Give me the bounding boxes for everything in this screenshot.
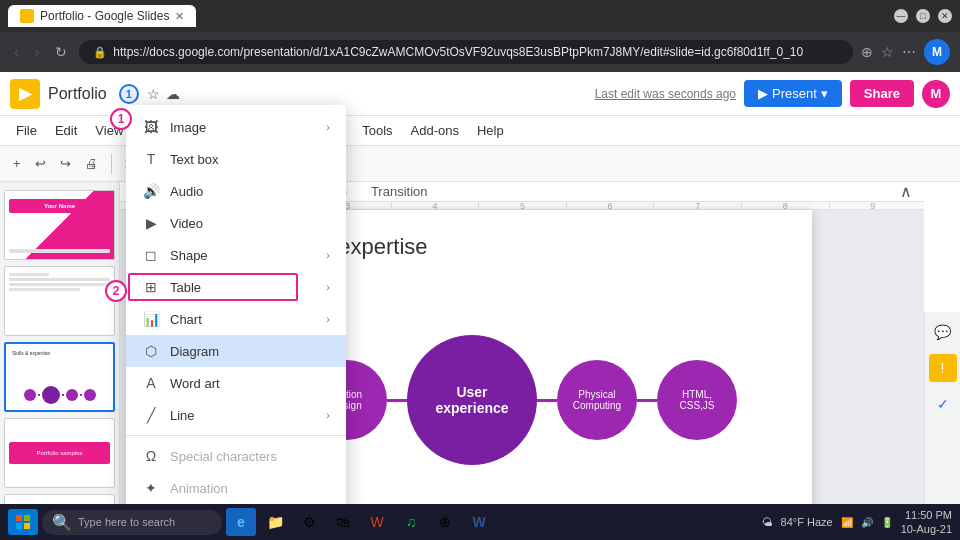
taskbar-edge-btn[interactable]: e bbox=[226, 508, 256, 536]
cloud-icon[interactable]: ☁ bbox=[166, 86, 180, 102]
wordart-icon: A bbox=[142, 374, 160, 392]
present-btn[interactable]: ▶ Present ▾ bbox=[744, 80, 842, 107]
slide-thumb-1[interactable]: Your Name bbox=[4, 190, 115, 260]
slide-thumb-wrapper-4: 4 Portfolio samples bbox=[4, 418, 115, 488]
image-arrow-icon: › bbox=[326, 121, 330, 133]
taskbar-right: 🌤 84°F Haze 📶 🔊 🔋 11:50 PM 10-Aug-21 bbox=[762, 508, 952, 537]
collapse-panel-btn[interactable]: ∧ bbox=[900, 182, 912, 201]
lock-icon: 🔒 bbox=[93, 46, 107, 59]
print-btn[interactable]: 🖨 bbox=[80, 153, 103, 174]
dd-label-video: Video bbox=[170, 216, 203, 231]
taskbar-store-btn[interactable]: 🛍 bbox=[328, 508, 358, 536]
tab-close-btn[interactable]: ✕ bbox=[175, 10, 184, 23]
check-icon[interactable]: ✓ bbox=[929, 390, 957, 418]
dd-item-chart[interactable]: 📊 Chart › bbox=[126, 303, 346, 335]
present-label: Present bbox=[772, 86, 817, 101]
browser-tab[interactable]: Portfolio - Google Slides ✕ bbox=[8, 5, 196, 27]
address-bar: ‹ › ↻ 🔒 https://docs.google.com/presenta… bbox=[0, 32, 960, 72]
slide-thumb-3[interactable]: Skills & expertise bbox=[4, 342, 115, 412]
ruler-mark-6: 6 bbox=[566, 202, 654, 210]
share-btn[interactable]: Share bbox=[850, 80, 914, 107]
header-action-icons: ☆ ☁ bbox=[147, 86, 180, 102]
url-bar[interactable]: 🔒 https://docs.google.com/presentation/d… bbox=[79, 40, 853, 64]
user-avatar[interactable]: M bbox=[922, 80, 950, 108]
dd-item-table[interactable]: ⊞ Table › bbox=[126, 271, 346, 303]
taskbar-word-btn[interactable]: W bbox=[464, 508, 494, 536]
word-icon: W bbox=[472, 514, 485, 530]
app-logo: ▶ bbox=[10, 79, 40, 109]
circle-physical-computing[interactable]: PhysicalComputing bbox=[557, 360, 637, 440]
dd-item-line[interactable]: ╱ Line › bbox=[126, 399, 346, 431]
app-title: Portfolio bbox=[48, 85, 107, 103]
back-btn[interactable]: ‹ bbox=[10, 42, 23, 62]
taskbar-spotify-btn[interactable]: ♫ bbox=[396, 508, 426, 536]
svg-rect-2 bbox=[16, 523, 22, 529]
dd-label-shape: Shape bbox=[170, 248, 208, 263]
dd-item-image[interactable]: 🖼 Image › bbox=[126, 111, 346, 143]
slide-thumb-2[interactable] bbox=[4, 266, 115, 336]
comments-icon[interactable]: 💬 bbox=[929, 318, 957, 346]
extensions-icon[interactable]: ⊕ bbox=[861, 44, 873, 60]
dd-item-shape[interactable]: ◻ Shape › bbox=[126, 239, 346, 271]
transition-btn[interactable]: Transition bbox=[363, 182, 436, 201]
menu-addons[interactable]: Add-ons bbox=[403, 120, 467, 141]
slide-thumb-4[interactable]: Portfolio samples bbox=[4, 418, 115, 488]
dd-item-video[interactable]: ▶ Video bbox=[126, 207, 346, 239]
undo-btn[interactable]: ↩ bbox=[30, 153, 51, 174]
ruler-mark-4: 4 bbox=[391, 202, 479, 210]
svg-rect-0 bbox=[16, 515, 22, 521]
dd-sep-1 bbox=[126, 435, 346, 436]
present-arrow: ▾ bbox=[821, 86, 828, 101]
taskbar-office-btn[interactable]: W bbox=[362, 508, 392, 536]
close-btn[interactable]: ✕ bbox=[938, 9, 952, 23]
chrome-icon: ⊕ bbox=[439, 514, 451, 530]
taskbar-file-explorer-btn[interactable]: 📁 bbox=[260, 508, 290, 536]
reload-btn[interactable]: ↻ bbox=[51, 42, 71, 62]
battery-icon: 🔋 bbox=[881, 517, 893, 528]
settings-icon: ⚙ bbox=[303, 514, 316, 530]
dd-item-special-chars: Ω Special characters bbox=[126, 440, 346, 472]
bookmark-icon[interactable]: ☆ bbox=[881, 44, 894, 60]
toolbar-sep-1 bbox=[111, 154, 112, 174]
forward-btn[interactable]: › bbox=[31, 42, 44, 62]
menu-icon[interactable]: ⋯ bbox=[902, 44, 916, 60]
taskbar-settings-btn[interactable]: ⚙ bbox=[294, 508, 324, 536]
dd-item-textbox[interactable]: T Text box bbox=[126, 143, 346, 175]
circle-user-experience[interactable]: Userexperience bbox=[407, 335, 537, 465]
notifications-icon[interactable]: ! bbox=[929, 354, 957, 382]
menu-tools[interactable]: Tools bbox=[354, 120, 400, 141]
shape-icon: ◻ bbox=[142, 246, 160, 264]
shape-arrow-icon: › bbox=[326, 249, 330, 261]
tab-favicon bbox=[20, 9, 34, 23]
dd-item-wordart[interactable]: A Word art bbox=[126, 367, 346, 399]
circle-html-css-js[interactable]: HTML,CSS,JS bbox=[657, 360, 737, 440]
redo-btn[interactable]: ↪ bbox=[55, 153, 76, 174]
dd-item-audio[interactable]: 🔊 Audio bbox=[126, 175, 346, 207]
table-arrow-icon: › bbox=[326, 281, 330, 293]
dd-label-table: Table bbox=[170, 280, 201, 295]
taskbar-chrome-btn[interactable]: ⊕ bbox=[430, 508, 460, 536]
taskbar-search-box[interactable]: 🔍 Type here to search bbox=[42, 510, 222, 535]
menu-view[interactable]: View bbox=[87, 120, 131, 141]
dd-label-textbox: Text box bbox=[170, 152, 218, 167]
animation-icon: ✦ bbox=[142, 479, 160, 497]
dd-item-diagram[interactable]: ⬡ Diagram bbox=[126, 335, 346, 367]
diagram-icon: ⬡ bbox=[142, 342, 160, 360]
menu-help[interactable]: Help bbox=[469, 120, 512, 141]
step-badge-1: 1 bbox=[119, 84, 139, 104]
menu-file[interactable]: File bbox=[8, 120, 45, 141]
title-bar-left: Portfolio - Google Slides ✕ bbox=[8, 5, 196, 27]
menu-edit[interactable]: Edit bbox=[47, 120, 85, 141]
title-bar: Portfolio - Google Slides ✕ — □ ✕ bbox=[0, 0, 960, 32]
ruler-mark-8: 8 bbox=[741, 202, 829, 210]
add-slide-btn[interactable]: + bbox=[8, 153, 26, 174]
profile-btn[interactable]: M bbox=[924, 39, 950, 65]
date-display: 10-Aug-21 bbox=[901, 522, 952, 536]
maximize-btn[interactable]: □ bbox=[916, 9, 930, 23]
taskbar-clock[interactable]: 11:50 PM 10-Aug-21 bbox=[901, 508, 952, 537]
start-btn[interactable] bbox=[8, 509, 38, 535]
textbox-icon: T bbox=[142, 150, 160, 168]
time-display: 11:50 PM bbox=[901, 508, 952, 522]
minimize-btn[interactable]: — bbox=[894, 9, 908, 23]
star-icon[interactable]: ☆ bbox=[147, 86, 160, 102]
